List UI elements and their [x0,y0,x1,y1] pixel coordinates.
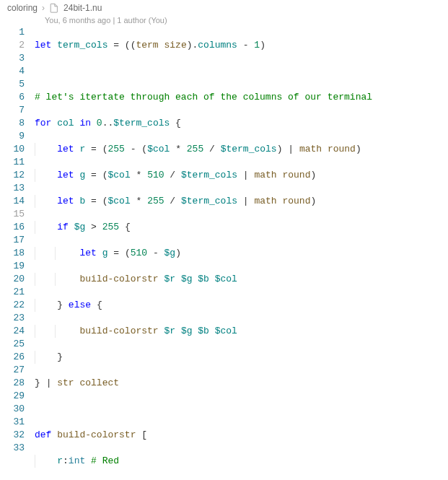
code-area[interactable]: let term_cols = ((term size).columns - 1… [35,26,448,480]
code-editor[interactable]: 1234 5678 9101112 13141516 17181920 2122… [0,26,448,480]
breadcrumb: coloring › 24bit-1.nu [0,0,448,16]
file-icon [49,3,59,13]
breadcrumb-folder[interactable]: coloring [7,3,38,13]
breadcrumb-file[interactable]: 24bit-1.nu [63,3,102,13]
line-number-gutter: 1234 5678 9101112 13141516 17181920 2122… [0,26,35,455]
authors-lens[interactable]: You, 6 months ago | 1 author (You) [0,16,448,26]
chevron-right-icon: › [42,3,45,13]
